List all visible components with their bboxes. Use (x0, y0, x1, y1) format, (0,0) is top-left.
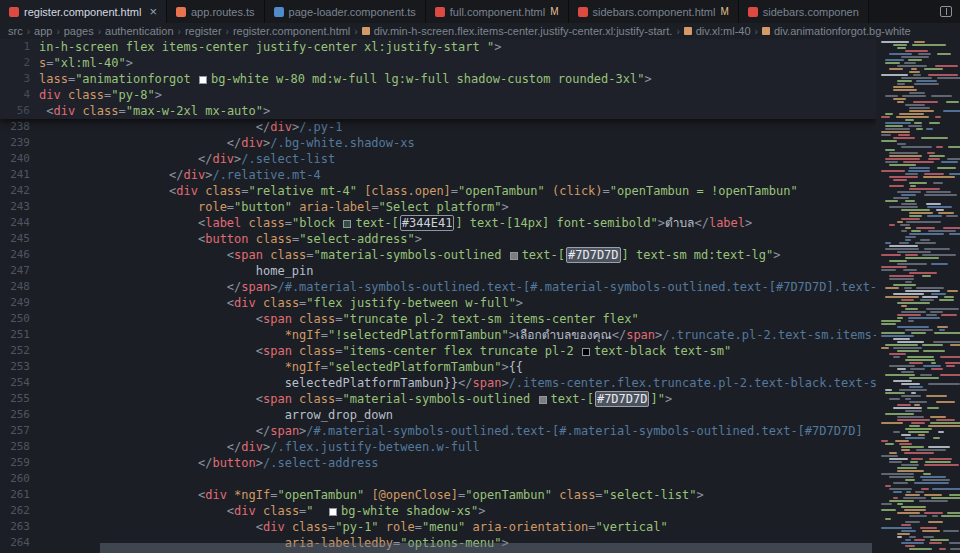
line-number[interactable]: 260 (0, 471, 30, 487)
sticky-scroll[interactable]: 1in-h-screen flex items-center justify-c… (0, 39, 876, 119)
color-decorator[interactable] (510, 252, 518, 260)
line-number[interactable]: 252 (0, 343, 30, 359)
code-line[interactable]: 239 </div>/.bg-white.shadow-xs (0, 135, 876, 151)
close-icon[interactable]: × (149, 5, 157, 18)
breadcrumb-item[interactable]: div.min-h-screen.flex.items-center.justi… (362, 25, 673, 37)
minimap-line (936, 401, 955, 403)
code-line[interactable]: 257 </span>/#.material-symbols-outlined.… (0, 423, 876, 439)
line-number[interactable]: 263 (0, 519, 30, 535)
line-number[interactable]: 246 (0, 247, 30, 263)
code-line[interactable]: 56 <div class="max-w-2xl mx-auto"> (0, 103, 876, 119)
code-line[interactable]: 246 <span class="material-symbols-outlin… (0, 247, 876, 263)
code-line[interactable]: 242 <div class="relative mt-4" [class.op… (0, 183, 876, 199)
line-number[interactable]: 2 (0, 55, 30, 71)
code-line[interactable]: 262 <div class=" bg-white shadow-xs"> (0, 503, 876, 519)
tab-sidebars.component.html[interactable]: sidebars.component.htmlM (569, 0, 739, 23)
code-line[interactable]: 249 <div class="flex justify-between w-f… (0, 295, 876, 311)
code-line[interactable]: 243 role="button" aria-label="Select pla… (0, 199, 876, 215)
breadcrumb-item[interactable]: app (34, 25, 52, 37)
horizontal-scrollbar[interactable] (100, 543, 872, 553)
line-number[interactable]: 243 (0, 199, 30, 215)
line-number[interactable]: 262 (0, 503, 30, 519)
line-number[interactable]: 240 (0, 151, 30, 167)
line-number[interactable]: 255 (0, 391, 30, 407)
color-decorator[interactable] (329, 508, 337, 516)
code-line[interactable]: 247 home_pin (0, 263, 876, 279)
line-number[interactable]: 244 (0, 215, 30, 231)
line-number[interactable]: 56 (0, 103, 30, 119)
code-line[interactable]: 252 <span class="items-center flex trunc… (0, 343, 876, 359)
color-decorator[interactable] (199, 76, 207, 84)
code-content: <span class="truncate pl-2 text-sm items… (30, 311, 639, 327)
breadcrumb-item[interactable]: register.component.html (233, 25, 350, 37)
code-line[interactable]: 248 </span>/#.material-symbols-outlined.… (0, 279, 876, 295)
code-line[interactable]: 250 <span class="truncate pl-2 text-sm i… (0, 311, 876, 327)
code-token: "openTambun" (458, 184, 552, 198)
minimap-line (939, 299, 954, 301)
tab-sidebars.componen[interactable]: sidebars.componen (739, 0, 869, 23)
line-number[interactable]: 253 (0, 359, 30, 375)
tab-register.component.html[interactable]: register.component.html× (0, 0, 167, 23)
breadcrumb-item[interactable]: authentication (105, 25, 174, 37)
line-number[interactable]: 242 (0, 183, 30, 199)
code-line[interactable]: 245 <button class="select-address"> (0, 231, 876, 247)
tab-full.component.html[interactable]: full.component.htmlM (426, 0, 569, 23)
split-editor-icon[interactable] (940, 6, 952, 17)
line-number[interactable]: 247 (0, 263, 30, 279)
minimap-line (881, 116, 890, 118)
code-line[interactable]: 251 *ngIf="!selectedPlatformTambun">เลือ… (0, 327, 876, 343)
breadcrumb-item[interactable]: register (185, 25, 222, 37)
line-number[interactable]: 239 (0, 135, 30, 151)
code-line[interactable]: 258 </div>/.flex.justify-between.w-full (0, 439, 876, 455)
line-number[interactable]: 248 (0, 279, 30, 295)
code-line[interactable]: 253 *ngIf="selectedPlatformTambun">{{ (0, 359, 876, 375)
line-number[interactable]: 249 (0, 295, 30, 311)
line-number[interactable]: 4 (0, 87, 30, 103)
code-line[interactable]: 256 arrow_drop_down (0, 407, 876, 423)
code-line[interactable]: 4div class="py-8"> (0, 87, 876, 103)
code-line[interactable]: 254 selectedPlatformTambun}}</span>/.ite… (0, 375, 876, 391)
line-number[interactable]: 256 (0, 407, 30, 423)
color-decorator[interactable] (343, 220, 351, 228)
breadcrumb-item[interactable]: pages (64, 25, 94, 37)
code-line[interactable]: 241 </div>/.relative.mt-4 (0, 167, 876, 183)
code-line[interactable]: 3lass="animationforgot bg-white w-80 md:… (0, 71, 876, 87)
code-line[interactable]: 260 (0, 471, 876, 487)
minimap-line (885, 62, 900, 64)
code-line[interactable]: 240 </div>/.select-list (0, 151, 876, 167)
minimap[interactable] (876, 39, 960, 553)
line-number[interactable]: 1 (0, 39, 30, 55)
breadcrumb-item[interactable]: div.xl:ml-40 (684, 25, 751, 37)
code-line[interactable]: 244 <label class="block text-[#344E41] t… (0, 215, 876, 231)
color-decorator[interactable] (582, 348, 590, 356)
editor[interactable]: 1in-h-screen flex items-center justify-c… (0, 39, 960, 553)
line-number[interactable]: 3 (0, 71, 30, 87)
line-number[interactable]: 238 (0, 119, 30, 135)
line-number[interactable]: 250 (0, 311, 30, 327)
code-line[interactable]: 261 <div *ngIf="openTambun" [@openClose]… (0, 487, 876, 503)
line-number[interactable]: 257 (0, 423, 30, 439)
code-area[interactable]: 1in-h-screen flex items-center justify-c… (0, 39, 876, 553)
line-number[interactable]: 264 (0, 535, 30, 551)
code-line[interactable]: 263 <div class="py-1" role="menu" aria-o… (0, 519, 876, 535)
tab-app.routes.ts[interactable]: app.routes.ts (167, 0, 265, 23)
code-line[interactable]: 255 <span class="material-symbols-outlin… (0, 391, 876, 407)
code-line[interactable]: 1in-h-screen flex items-center justify-c… (0, 39, 876, 55)
code-lines[interactable]: 238 </div>/.py-1239 </div>/.bg-white.sha… (0, 119, 876, 551)
line-number[interactable]: 258 (0, 439, 30, 455)
code-token: *ngIf (234, 488, 270, 502)
code-line[interactable]: 238 </div>/.py-1 (0, 119, 876, 135)
code-line[interactable]: 259 </button>/.select-address (0, 455, 876, 471)
line-number[interactable]: 261 (0, 487, 30, 503)
color-decorator[interactable] (539, 396, 547, 404)
line-number[interactable]: 254 (0, 375, 30, 391)
code-line[interactable]: 2s="xl:ml-40"> (0, 55, 876, 71)
line-number[interactable]: 251 (0, 327, 30, 343)
tab-page-loader.component.ts[interactable]: page-loader.component.ts (265, 0, 426, 23)
line-number[interactable]: 241 (0, 167, 30, 183)
line-number[interactable]: 245 (0, 231, 30, 247)
line-number[interactable]: 259 (0, 455, 30, 471)
breadcrumb-item[interactable]: div.animationforgot.bg-white (762, 25, 911, 37)
code-content: div class="py-8"> (30, 87, 162, 103)
breadcrumb-item[interactable]: src (8, 25, 23, 37)
